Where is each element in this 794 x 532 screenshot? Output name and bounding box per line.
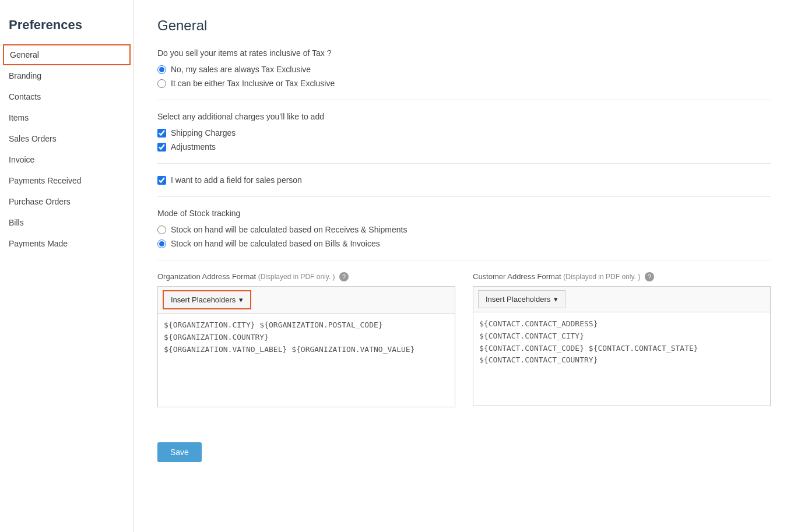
tax-radio-group: No, my sales are always Tax Exclusive It… bbox=[157, 65, 771, 88]
tax-exclusive-radio[interactable] bbox=[157, 65, 166, 74]
org-address-label: Organization Address Format (Displayed i… bbox=[157, 272, 455, 281]
sales-person-option[interactable]: I want to add a field for sales person bbox=[157, 175, 771, 185]
tax-inclusive-label: It can be either Tax Inclusive or Tax Ex… bbox=[171, 79, 335, 88]
tax-question: Do you sell your items at rates inclusiv… bbox=[157, 48, 771, 58]
additional-charges-section: Select any additional charges you'll lik… bbox=[157, 112, 771, 164]
sales-person-group: I want to add a field for sales person bbox=[157, 175, 771, 185]
stock-radio-group: Stock on hand will be calculated based o… bbox=[157, 225, 771, 248]
sidebar-item-purchase-orders[interactable]: Purchase Orders bbox=[0, 191, 133, 212]
additional-charges-label: Select any additional charges you'll lik… bbox=[157, 112, 771, 121]
stock-receives-label: Stock on hand will be calculated based o… bbox=[171, 225, 407, 234]
adjustments-label: Adjustments bbox=[171, 142, 216, 152]
customer-dropdown-arrow-icon: ▾ bbox=[554, 295, 558, 304]
adjustments-checkbox[interactable] bbox=[157, 143, 166, 152]
sidebar-item-branding[interactable]: Branding bbox=[0, 65, 133, 86]
customer-address-help-icon[interactable]: ? bbox=[645, 272, 654, 281]
sidebar-item-bills[interactable]: Bills bbox=[0, 212, 133, 233]
shipping-charges-label: Shipping Charges bbox=[171, 128, 236, 138]
customer-address-label: Customer Address Format (Displayed in PD… bbox=[473, 272, 771, 281]
org-address-textarea-container: Insert Placeholders ▾ ${ORGANIZATION.CIT… bbox=[157, 286, 455, 407]
stock-bills-label: Stock on hand will be calculated based o… bbox=[171, 239, 380, 248]
sidebar-item-contacts[interactable]: Contacts bbox=[0, 86, 133, 107]
adjustments-option[interactable]: Adjustments bbox=[157, 142, 771, 152]
customer-insert-placeholders-button[interactable]: Insert Placeholders ▾ bbox=[478, 290, 565, 308]
shipping-charges-checkbox[interactable] bbox=[157, 129, 166, 138]
stock-receives-radio[interactable] bbox=[157, 226, 166, 234]
shipping-charges-option[interactable]: Shipping Charges bbox=[157, 128, 771, 138]
sidebar-title: Preferences bbox=[0, 12, 133, 44]
main-content: General Do you sell your items at rates … bbox=[134, 0, 794, 532]
stock-tracking-section: Mode of Stock tracking Stock on hand wil… bbox=[157, 209, 771, 260]
tax-inclusive-radio[interactable] bbox=[157, 79, 166, 88]
sidebar: Preferences General Branding Contacts It… bbox=[0, 0, 134, 532]
additional-charges-group: Shipping Charges Adjustments bbox=[157, 128, 771, 152]
customer-address-textarea-container: Insert Placeholders ▾ ${CONTACT.CONTACT_… bbox=[473, 286, 771, 406]
sidebar-item-items[interactable]: Items bbox=[0, 107, 133, 128]
tax-inclusive-option[interactable]: It can be either Tax Inclusive or Tax Ex… bbox=[157, 79, 771, 88]
org-insert-placeholders-button[interactable]: Insert Placeholders ▾ bbox=[163, 290, 251, 309]
stock-tracking-label: Mode of Stock tracking bbox=[157, 209, 771, 218]
stock-receives-option[interactable]: Stock on hand will be calculated based o… bbox=[157, 225, 771, 234]
save-button[interactable]: Save bbox=[157, 442, 202, 462]
sales-person-label: I want to add a field for sales person bbox=[171, 175, 302, 185]
customer-insert-btn-row: Insert Placeholders ▾ bbox=[473, 287, 770, 312]
address-formats-container: Organization Address Format (Displayed i… bbox=[157, 272, 771, 407]
customer-address-block: Customer Address Format (Displayed in PD… bbox=[473, 272, 771, 407]
stock-bills-option[interactable]: Stock on hand will be calculated based o… bbox=[157, 239, 771, 248]
tax-exclusive-label: No, my sales are always Tax Exclusive bbox=[171, 65, 311, 74]
org-dropdown-arrow-icon: ▾ bbox=[239, 295, 243, 304]
sidebar-item-general[interactable]: General bbox=[3, 44, 131, 65]
sidebar-item-invoice[interactable]: Invoice bbox=[0, 149, 133, 170]
stock-bills-radio[interactable] bbox=[157, 239, 166, 248]
sidebar-item-payments-received[interactable]: Payments Received bbox=[0, 170, 133, 191]
org-address-block: Organization Address Format (Displayed i… bbox=[157, 272, 455, 407]
tax-exclusive-option[interactable]: No, my sales are always Tax Exclusive bbox=[157, 65, 771, 74]
sales-person-checkbox[interactable] bbox=[157, 176, 166, 185]
address-formats-section: Organization Address Format (Displayed i… bbox=[157, 272, 771, 419]
sidebar-item-payments-made[interactable]: Payments Made bbox=[0, 233, 133, 254]
org-address-content[interactable]: ${ORGANIZATION.CITY} ${ORGANIZATION.POST… bbox=[158, 313, 455, 407]
customer-address-content[interactable]: ${CONTACT.CONTACT_ADDRESS} ${CONTACT.CON… bbox=[473, 312, 770, 406]
sales-person-section: I want to add a field for sales person bbox=[157, 175, 771, 197]
sidebar-item-sales-orders[interactable]: Sales Orders bbox=[0, 128, 133, 149]
org-insert-btn-row: Insert Placeholders ▾ bbox=[158, 287, 455, 313]
page-title: General bbox=[157, 17, 771, 34]
org-address-help-icon[interactable]: ? bbox=[339, 272, 349, 281]
tax-section: Do you sell your items at rates inclusiv… bbox=[157, 48, 771, 100]
